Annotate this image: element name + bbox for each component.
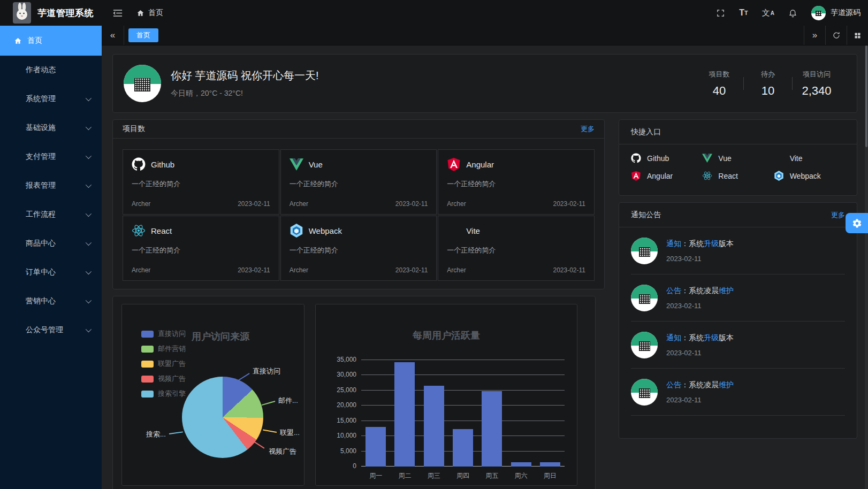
home-icon	[14, 37, 22, 45]
project-card-angular[interactable]: Angular 一个正经的简介 Archer2023-02-11	[438, 149, 595, 215]
notice-date: 2023-02-11	[666, 255, 734, 263]
sidebar-item-label: 作者动态	[26, 65, 56, 75]
chevron-down-icon	[86, 95, 92, 101]
sidebar-item-infra[interactable]: 基础设施	[0, 113, 102, 142]
sidebar-item-author[interactable]: 作者动态	[0, 56, 102, 85]
chevron-down-icon	[86, 124, 92, 130]
sidebar-item-label: 公众号管理	[26, 325, 63, 335]
sidebar-item-home[interactable]: 首页	[0, 26, 102, 56]
notices-more-link[interactable]: 更多	[831, 210, 845, 220]
locale-icon[interactable]: 文A	[762, 8, 774, 18]
webpack-icon	[290, 224, 303, 238]
webpack-icon	[774, 171, 784, 181]
y-tick-label: 35,000	[337, 356, 356, 363]
projects-grid: Github 一个正经的简介 Archer2023-02-11 Vue 一个正经…	[113, 139, 604, 289]
shortcut-label: React	[718, 172, 738, 180]
scrollbar[interactable]	[865, 45, 868, 489]
notice-list: 通知：系统升级版本 2023-02-11 公告：系统凌晨维护 2023-02-1…	[619, 227, 857, 416]
shortcut-label: Webpack	[790, 172, 821, 180]
user-menu[interactable]: 芋道源码	[811, 6, 861, 20]
topbar-actions: TT 文A 芋道源码	[716, 6, 861, 20]
project-desc: 一个正经的简介	[290, 246, 428, 255]
chevron-down-icon	[86, 326, 92, 332]
layout-grid-icon[interactable]	[847, 26, 868, 45]
project-author: Archer	[290, 200, 308, 208]
shortcut-github[interactable]: Github	[631, 153, 702, 163]
shortcut-webpack[interactable]: Webpack	[774, 171, 845, 181]
project-desc: 一个正经的简介	[290, 179, 428, 189]
notice-item[interactable]: 通知：系统升级版本 2023-02-11	[631, 322, 845, 369]
project-desc: 一个正经的简介	[447, 179, 585, 189]
font-size-icon[interactable]: TT	[739, 8, 748, 18]
project-desc: 一个正经的简介	[132, 246, 270, 255]
legend-item[interactable]: 搜索引擎	[141, 389, 186, 399]
project-card-github[interactable]: Github 一个正经的简介 Archer2023-02-11	[123, 149, 279, 215]
shortcuts-title: 快捷入口	[631, 127, 661, 137]
project-card-vue[interactable]: Vue 一个正经的简介 Archer2023-02-11	[280, 149, 437, 215]
chevron-down-icon	[86, 240, 92, 246]
settings-button[interactable]	[846, 213, 868, 233]
legend-item[interactable]: 邮件营销	[141, 344, 186, 354]
project-name: Vue	[309, 160, 323, 169]
bell-icon[interactable]	[788, 9, 797, 18]
sidebar-item-label: 工作流程	[26, 210, 56, 219]
avatar	[811, 6, 826, 20]
legend-label: 视频广告	[158, 374, 186, 384]
menu-fold-icon[interactable]	[113, 9, 123, 17]
tab-home[interactable]: 首页	[128, 28, 158, 42]
pie-legend: 直接访问 邮件营销 联盟广告 视频广告 搜索引擎	[141, 329, 186, 404]
legend-swatch	[141, 376, 154, 383]
notice-tag: 公告	[666, 380, 681, 389]
shortcut-vite[interactable]: Vite	[774, 153, 845, 163]
project-name: Vite	[466, 226, 480, 235]
project-author: Archer	[290, 266, 308, 274]
username: 芋道源码	[831, 8, 861, 18]
scrollbar-thumb[interactable]	[865, 45, 867, 147]
notice-item[interactable]: 通知：系统升级版本 2023-02-11	[631, 227, 845, 274]
notice-item[interactable]: 公告：系统凌晨维护 2023-02-11	[631, 274, 845, 322]
projects-more-link[interactable]: 更多	[581, 124, 595, 134]
shortcut-angular[interactable]: Angular	[631, 171, 702, 181]
bar-xlabels: 周一周二周三周四周五周六周日	[361, 471, 565, 480]
refresh-icon[interactable]	[825, 26, 847, 45]
shortcuts-grid: Github Vue Vite Angular React Webpack	[619, 144, 857, 189]
shortcut-vue[interactable]: Vue	[702, 153, 773, 163]
tabs-scroll-left[interactable]: «	[102, 26, 124, 45]
sidebar-item-report[interactable]: 报表管理	[0, 171, 102, 200]
y-tick-label: 5,000	[340, 447, 356, 455]
sidebar-item-order[interactable]: 订单中心	[0, 258, 102, 287]
notice-item[interactable]: 公告：系统凌晨维护 2023-02-11	[631, 369, 845, 416]
sidebar-item-label: 支付管理	[26, 152, 56, 162]
project-card-webpack[interactable]: Webpack 一个正经的简介 Archer2023-02-11	[280, 216, 437, 281]
sidebar-item-system[interactable]: 系统管理	[0, 85, 102, 113]
y-tick-label: 10,000	[337, 432, 356, 439]
pie-graphic	[182, 377, 263, 458]
legend-item[interactable]: 联盟广告	[141, 359, 186, 369]
shortcut-label: Github	[647, 154, 669, 163]
sidebar-item-label: 系统管理	[26, 94, 56, 104]
weather: 今日晴，20°C - 32°C!	[171, 89, 319, 98]
angular-icon	[447, 157, 461, 171]
legend-swatch	[141, 331, 154, 338]
github-icon	[631, 153, 641, 163]
sidebar-item-payment[interactable]: 支付管理	[0, 142, 102, 171]
fullscreen-icon[interactable]	[716, 9, 725, 18]
sidebar-item-marketing[interactable]: 营销中心	[0, 287, 102, 316]
sidebar-item-workflow[interactable]: 工作流程	[0, 200, 102, 229]
project-card-vite[interactable]: Vite 一个正经的简介 Archer2023-02-11	[438, 216, 595, 281]
notice-avatar	[631, 379, 658, 406]
legend-item[interactable]: 直接访问	[141, 329, 186, 339]
legend-item[interactable]: 视频广告	[141, 374, 186, 384]
notice-highlight: 升级	[704, 333, 719, 342]
project-card-react[interactable]: React 一个正经的简介 Archer2023-02-11	[123, 216, 279, 281]
projects-card: 项目数 更多 Github 一个正经的简介 Archer2023-02-11 V…	[112, 119, 605, 289]
sidebar-item-wechat[interactable]: 公众号管理	[0, 316, 102, 345]
bar	[453, 429, 473, 467]
tabs-scroll-right[interactable]: »	[804, 26, 825, 45]
main-content: 你好 芋道源码 祝你开心每一天! 今日晴，20°C - 32°C! 项目数 40…	[102, 45, 868, 489]
x-tick-label: 周四	[453, 471, 473, 480]
breadcrumb[interactable]: 首页	[136, 8, 163, 18]
x-tick-label: 周二	[394, 471, 415, 480]
shortcut-react[interactable]: React	[702, 171, 773, 181]
sidebar-item-product[interactable]: 商品中心	[0, 229, 102, 258]
